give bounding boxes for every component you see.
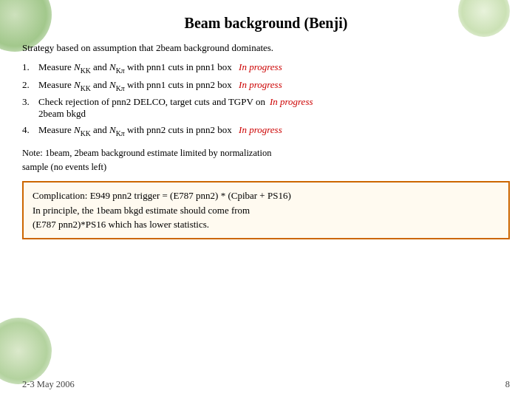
item-number: 3. <box>22 96 38 108</box>
footer: 2-3 May 2006 8 <box>22 379 510 390</box>
list-item: 3. Check rejection of pnn2 DELCO, target… <box>22 96 510 120</box>
item-text: Check rejection of pnn2 DELCO, target cu… <box>38 96 510 120</box>
item-line2: 2beam bkgd <box>38 108 86 119</box>
slide-title: Beam background (Benji) <box>22 15 510 32</box>
highlight-line2: In principle, the 1beam bkgd estimate sh… <box>33 203 499 218</box>
highlight-line1: Complication: E949 pnn2 trigger = (E787 … <box>33 188 499 203</box>
highlight-line3: (E787 pnn2)*PS16 which has lower statist… <box>33 217 499 232</box>
status-badge: In progress <box>239 79 282 90</box>
status-badge: In progress <box>239 124 282 135</box>
item-line1: Check rejection of pnn2 DELCO, target cu… <box>38 96 265 108</box>
note-box: Note: 1beam, 2beam background estimate l… <box>22 146 510 174</box>
list-item: 1. Measure NKK and NKπ with pnn1 cuts in… <box>22 61 510 75</box>
list-item: 2. Measure NKK and NKπ with pnn1 cuts in… <box>22 79 510 92</box>
list-item: 4. Measure NKK and NKπ with pnn2 cuts in… <box>22 124 510 137</box>
note-line2: sample (no events left) <box>22 162 106 172</box>
highlight-box: Complication: E949 pnn2 trigger = (E787 … <box>22 181 510 239</box>
note-line1: Note: 1beam, 2beam background estimate l… <box>22 148 271 158</box>
deco-circle-bottom-left <box>0 318 52 384</box>
footer-page: 8 <box>505 379 510 390</box>
item-text: Measure NKK and NKπ with pnn1 cuts in pn… <box>38 79 510 92</box>
item-text: Measure NKK and NKπ with pnn2 cuts in pn… <box>38 124 510 137</box>
item-number: 2. <box>22 79 38 91</box>
status-badge: In progress <box>270 96 313 108</box>
item-text: Measure NKK and NKπ with pnn1 cuts in pn… <box>38 61 510 75</box>
item-number: 4. <box>22 124 38 136</box>
status-badge: In progress <box>239 61 282 72</box>
footer-date: 2-3 May 2006 <box>22 379 75 390</box>
item-number: 1. <box>22 61 38 73</box>
item-list: 1. Measure NKK and NKπ with pnn1 cuts in… <box>22 61 510 137</box>
strategy-line: Strategy based on assumption that 2beam … <box>22 42 510 54</box>
